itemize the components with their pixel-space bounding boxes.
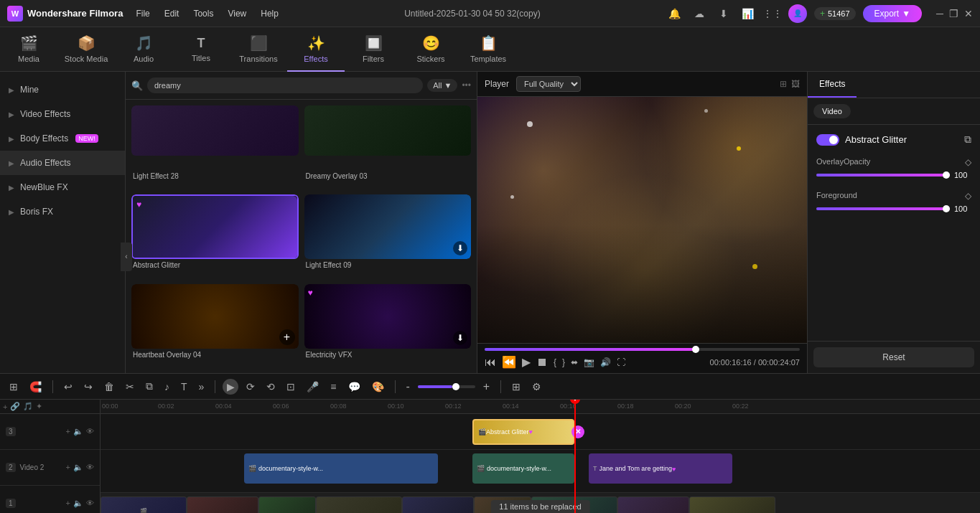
close-button[interactable]: ✕ bbox=[964, 8, 973, 19]
cut-button[interactable]: ✂ bbox=[122, 379, 138, 395]
text-button[interactable]: T bbox=[177, 379, 191, 395]
track-2-add-icon[interactable]: + bbox=[66, 463, 70, 472]
sidebar-item-video-effects[interactable]: ▶ Video Effects bbox=[0, 102, 125, 126]
mark-out-icon[interactable]: } bbox=[562, 357, 565, 367]
overlay-opacity-thumb[interactable] bbox=[943, 171, 950, 179]
documentary-clip-2[interactable]: 🎬 documentary-style-w... bbox=[472, 453, 574, 484]
effect-card-heartbeat-overlay-04[interactable]: + Heartbeat Overlay 04 bbox=[131, 284, 299, 367]
effect-card-abstract-glitter[interactable]: ♥ Abstract Glitter bbox=[131, 194, 299, 278]
tab-stickers[interactable]: 😊 Stickers bbox=[402, 27, 459, 72]
more-tools-button[interactable]: » bbox=[195, 379, 208, 395]
documentary-clip-1[interactable]: 🎬 documentary-style-w... bbox=[244, 453, 438, 484]
export-button[interactable]: Export ▼ bbox=[863, 5, 923, 22]
user-avatar[interactable]: 👤 bbox=[788, 4, 807, 23]
add-audio-icon[interactable]: 🎵 bbox=[23, 402, 33, 411]
image-view-icon[interactable]: 🖼 bbox=[791, 79, 800, 89]
track-1-audio-icon[interactable]: 🔈 bbox=[73, 499, 83, 508]
more-options-icon[interactable]: ••• bbox=[462, 80, 471, 90]
clip-speed-button[interactable]: ⟳ bbox=[243, 379, 258, 395]
undo-button[interactable]: ↩ bbox=[60, 379, 76, 395]
cloud-icon[interactable]: ☁ bbox=[691, 5, 708, 22]
menu-edit[interactable]: Edit bbox=[164, 9, 179, 19]
zoom-out-button[interactable]: - bbox=[403, 378, 414, 395]
notification-icon[interactable]: 🔔 bbox=[666, 5, 683, 22]
zoom-slider[interactable] bbox=[418, 385, 475, 388]
rewind-button[interactable]: ⏪ bbox=[502, 355, 516, 369]
tab-transitions[interactable]: ⬛ Transitions bbox=[230, 27, 287, 72]
video-thumbnail[interactable] bbox=[689, 496, 775, 513]
progress-bar[interactable] bbox=[485, 348, 800, 351]
video-thumbnail[interactable] bbox=[187, 496, 258, 513]
effect-card-dreamy-overlay-03[interactable]: Dreamy Overlay 03 bbox=[304, 105, 472, 189]
tab-templates[interactable]: 📋 Templates bbox=[459, 27, 517, 72]
video-thumbnail[interactable]: 🎬 bbox=[101, 496, 187, 513]
tab-media[interactable]: 🎬 Media bbox=[0, 27, 57, 72]
download-icon[interactable]: ⬇ bbox=[453, 331, 467, 345]
quality-select[interactable]: Full Quality1/2 Quality1/4 Quality bbox=[516, 76, 581, 92]
abstract-glitter-clip[interactable]: 🎬 Abstract Glitter ♥ bbox=[472, 419, 574, 445]
effect-toggle[interactable] bbox=[816, 134, 839, 146]
jane-tom-clip[interactable]: T Jane and Tom are getting ♥ bbox=[589, 453, 732, 484]
add-media-icon[interactable]: + bbox=[3, 403, 7, 411]
layout-button[interactable]: ⊞ bbox=[508, 379, 524, 395]
sidebar-item-body-effects[interactable]: ▶ Body Effects NEW! bbox=[0, 126, 125, 151]
magnetic-snap-button[interactable]: 🧲 bbox=[26, 379, 45, 395]
delete-button[interactable]: 🗑 bbox=[101, 379, 118, 395]
extract-icon[interactable]: ⬌ bbox=[571, 357, 578, 367]
minimize-button[interactable]: ─ bbox=[936, 8, 943, 19]
sidebar-item-mine[interactable]: ▶ Mine bbox=[0, 77, 125, 102]
progress-thumb[interactable] bbox=[692, 346, 699, 353]
subtitle-button[interactable]: ≡ bbox=[327, 379, 340, 395]
effect-card-electricity-vfx[interactable]: ♥ ⬇ Electricity VFX bbox=[304, 284, 472, 367]
keyframe-icon[interactable]: ◇ bbox=[965, 157, 971, 167]
video-thumbnail[interactable] bbox=[617, 496, 689, 513]
effect-card-light-effect-28[interactable]: Light Effect 28 bbox=[131, 105, 299, 189]
overlay-opacity-track[interactable] bbox=[816, 174, 950, 177]
play-button[interactable]: ▶ bbox=[522, 355, 531, 369]
grid-icon[interactable]: ⋮⋮ bbox=[764, 5, 781, 22]
search-input[interactable] bbox=[147, 77, 423, 93]
sidebar-item-boris-fx[interactable]: ▶ Boris FX bbox=[0, 199, 125, 224]
copy-clip-button[interactable]: ⧉ bbox=[142, 378, 157, 395]
color-button[interactable]: 🎨 bbox=[368, 379, 388, 395]
track-3-add-icon[interactable]: + bbox=[66, 427, 70, 436]
tab-filters[interactable]: 🔲 Filters bbox=[345, 27, 402, 72]
add-icon[interactable]: + bbox=[279, 329, 295, 345]
snapshot-icon[interactable]: 📷 bbox=[584, 357, 594, 367]
tab-effects[interactable]: ✨ Effects bbox=[287, 27, 345, 72]
caption-button[interactable]: 💬 bbox=[345, 379, 364, 395]
track-1-visibility-icon[interactable]: 👁 bbox=[86, 499, 94, 508]
tab-titles[interactable]: T Titles bbox=[172, 27, 230, 72]
effects-tab[interactable]: Effects bbox=[808, 72, 857, 98]
vocal-button[interactable]: 🎤 bbox=[303, 379, 322, 395]
mark-in-icon[interactable]: { bbox=[554, 357, 556, 367]
copy-effect-button[interactable]: ⧉ bbox=[964, 133, 971, 146]
zoom-in-button[interactable]: + bbox=[480, 378, 493, 395]
stop-button[interactable]: ⏹ bbox=[536, 356, 548, 369]
track-1-add-icon[interactable]: + bbox=[66, 499, 70, 508]
track-2-visibility-icon[interactable]: 👁 bbox=[86, 463, 94, 472]
zoom-thumb[interactable] bbox=[452, 383, 459, 390]
skip-back-button[interactable]: ⏮ bbox=[485, 356, 496, 369]
add-link-icon[interactable]: 🔗 bbox=[10, 402, 20, 411]
download-icon[interactable]: ⬇ bbox=[715, 5, 732, 22]
settings-icon[interactable]: ⚙ bbox=[528, 379, 545, 395]
audio-button[interactable]: ♪ bbox=[161, 379, 173, 395]
video-thumbnail[interactable] bbox=[316, 496, 402, 513]
filter-dropdown[interactable]: All ▼ bbox=[427, 79, 457, 92]
tab-stock-media[interactable]: 📦 Stock Media bbox=[57, 27, 115, 72]
menu-file[interactable]: File bbox=[136, 9, 149, 19]
tab-audio[interactable]: 🎵 Audio bbox=[115, 27, 172, 72]
track-2-audio-icon[interactable]: 🔈 bbox=[73, 463, 83, 472]
menu-tools[interactable]: Tools bbox=[193, 9, 213, 19]
add-track-button[interactable]: ⊞ bbox=[6, 379, 22, 395]
crop-button[interactable]: ⊡ bbox=[283, 379, 299, 395]
add-magic-icon[interactable]: ✦ bbox=[36, 402, 42, 411]
redo-button[interactable]: ↪ bbox=[80, 379, 96, 395]
sidebar-collapse-button[interactable]: ‹ bbox=[121, 243, 132, 271]
sidebar-item-audio-effects[interactable]: ▶ Audio Effects bbox=[0, 151, 125, 175]
foreground-thumb[interactable] bbox=[943, 205, 950, 212]
track-3-audio-icon[interactable]: 🔈 bbox=[73, 427, 83, 436]
activity-icon[interactable]: 📊 bbox=[739, 5, 757, 22]
fullscreen-icon[interactable]: ⛶ bbox=[617, 357, 625, 367]
